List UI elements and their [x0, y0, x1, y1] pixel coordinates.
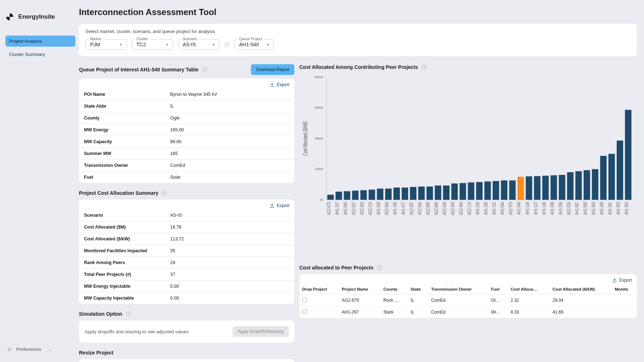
svg-text:AH1-234: AH1-234 — [475, 202, 481, 215]
peer-title: Cost allocated to Peer Projects — [299, 265, 373, 271]
export-peer-button[interactable]: Export — [612, 278, 632, 283]
bar-AH1-477[interactable] — [402, 188, 408, 200]
svg-text:AG2-544: AG2-544 — [417, 202, 423, 215]
bar-AG2-527[interactable] — [352, 191, 359, 200]
bar-AH1-341[interactable] — [608, 154, 615, 200]
svg-text:150: 150 — [314, 167, 323, 171]
svg-text:Cost Allocated ($/kW): Cost Allocated ($/kW) — [302, 121, 309, 156]
preferences-menu[interactable]: Preferences ⌄ — [5, 344, 75, 355]
svg-text:AG2-516: AG2-516 — [566, 202, 572, 215]
bar-AH1-044[interactable] — [501, 180, 507, 200]
bar-AG2-564[interactable] — [385, 189, 392, 200]
bar-AH1-540[interactable] — [518, 177, 524, 200]
bar-AH1-148[interactable] — [526, 176, 532, 200]
download-icon — [270, 82, 275, 87]
table-row: Transmission OwnerComEd — [79, 160, 294, 171]
sim-card: Apply dropoffs and resizing to see adjus… — [79, 320, 294, 343]
svg-text:AH1-296: AH1-296 — [557, 202, 564, 215]
sidebar: EnergyInsite Project Analysis Cluster Su… — [0, 0, 79, 362]
bar-AH1-196[interactable] — [393, 188, 400, 200]
svg-text:AH1-196: AH1-196 — [392, 202, 398, 215]
export-summary-button[interactable]: Export — [270, 82, 289, 87]
brand-icon — [5, 13, 14, 21]
svg-text:AG2-660: AG2-660 — [433, 202, 439, 215]
table-row: MW Capacity Injectable0.00 — [79, 292, 294, 304]
svg-point-0 — [9, 349, 10, 350]
bar-AH1-150[interactable] — [484, 182, 491, 200]
table-row: FuelSolar — [79, 171, 294, 183]
help-icon[interactable]: ? — [224, 42, 229, 47]
bar-AG2-545[interactable] — [443, 185, 449, 200]
svg-text:AG2-363: AG2-363 — [450, 202, 456, 215]
chevron-down-icon: ⌄ — [48, 347, 52, 352]
bar-AH1-265[interactable] — [600, 156, 607, 200]
cluster-select[interactable]: Cluster TC2 ▼ — [132, 39, 173, 50]
drop-checkbox[interactable] — [302, 309, 307, 314]
bar-AH1-338[interactable] — [551, 175, 557, 200]
summary-card: Export POI NameByron to Wayne 345 kVStat… — [79, 79, 294, 183]
bar-AH1-353[interactable] — [617, 141, 623, 200]
bar-AG2-585[interactable] — [426, 187, 433, 200]
svg-text:AH1-148: AH1-148 — [524, 202, 530, 215]
bar-AH1-567[interactable] — [575, 171, 582, 200]
bar-AH1-234[interactable] — [476, 182, 482, 200]
bar-AG2-453[interactable] — [360, 190, 367, 200]
bar-AH1-147[interactable] — [534, 176, 541, 200]
bar-AG2-357[interactable] — [410, 187, 416, 200]
bar-AH1-543[interactable] — [377, 189, 383, 200]
table-row: MW Energy Injectable0.00 — [79, 281, 294, 292]
bar-AH1-354[interactable] — [625, 110, 631, 200]
export-cost-button[interactable]: Export — [270, 203, 289, 208]
svg-text:AH1-147: AH1-147 — [532, 202, 538, 215]
svg-text:AG2-575: AG2-575 — [508, 202, 514, 215]
table-row: Cost Allocated ($M)18.76 — [79, 221, 294, 233]
svg-text:AG2-545: AG2-545 — [442, 202, 448, 215]
bar-AH1-045[interactable] — [344, 191, 350, 200]
bar-AG2-224[interactable] — [369, 190, 375, 200]
help-icon[interactable]: ? — [162, 191, 167, 196]
bar-AG2-363[interactable] — [451, 183, 458, 200]
svg-text:AG2-357: AG2-357 — [409, 202, 415, 215]
chart-title: Cost Allocated Among Contributing Peer P… — [299, 64, 418, 70]
bar-AG2-114[interactable] — [468, 183, 474, 200]
queue-select[interactable]: Queue Project AH1-540 ▼ — [234, 39, 274, 50]
table-row: MW Capacity99.00 — [79, 136, 294, 148]
help-icon[interactable]: ? — [421, 65, 426, 70]
apply-dropoffs-button[interactable]: Apply Dropoffs/Resizing — [233, 326, 289, 337]
market-select[interactable]: Market PJM ▼ — [85, 39, 127, 50]
svg-text:AH1-353: AH1-353 — [615, 202, 621, 215]
bar-AG2-544[interactable] — [418, 187, 425, 200]
svg-text:AH1-543: AH1-543 — [375, 202, 382, 215]
cost-summary-title: Project Cost Allocation Summary — [79, 190, 158, 196]
bar-AG2-364[interactable] — [459, 183, 466, 200]
resize-title: Resize Project — [79, 350, 113, 356]
bar-AG2-575[interactable] — [509, 180, 515, 200]
bar-AH1-296[interactable] — [559, 175, 565, 200]
svg-text:0: 0 — [320, 198, 323, 202]
help-icon[interactable]: ? — [202, 67, 207, 72]
help-icon[interactable]: ? — [377, 265, 382, 270]
nav-project-analysis[interactable]: Project Analysis — [5, 36, 75, 47]
scenario-select[interactable]: Scenario AS-IS ▼ — [178, 39, 219, 50]
svg-text:AH1-297: AH1-297 — [334, 202, 340, 215]
table-row: Total Peer Projects (#)37 — [79, 269, 294, 281]
chevron-down-icon: ▼ — [165, 43, 169, 47]
nav-cluster-summary[interactable]: Cluster Summary — [5, 49, 75, 60]
svg-text:AH1-044: AH1-044 — [499, 202, 505, 215]
bar-AH1-560[interactable] — [584, 170, 590, 200]
svg-text:AG2-364: AG2-364 — [458, 202, 464, 215]
drop-checkbox[interactable] — [302, 297, 307, 302]
bar-AH1-151[interactable] — [493, 181, 499, 200]
svg-text:AH1-341: AH1-341 — [607, 202, 613, 215]
bar-AH1-563[interactable] — [592, 169, 598, 200]
bar-AH1-297[interactable] — [336, 192, 342, 200]
bar-AG2-675[interactable] — [327, 195, 334, 200]
download-report-button[interactable]: Download Report — [251, 64, 294, 75]
help-icon[interactable]: ? — [126, 311, 131, 316]
bar-AG2-516[interactable] — [567, 172, 574, 200]
peer-table: Drop ProjectProject NameCountyStateTrans… — [299, 284, 637, 318]
table-row: POI NameByron to Wayne 345 kV — [79, 89, 294, 100]
bar-AG2-660[interactable] — [435, 185, 441, 200]
bar-AH1-146[interactable] — [542, 176, 549, 200]
svg-text:AG2-224: AG2-224 — [367, 202, 373, 215]
